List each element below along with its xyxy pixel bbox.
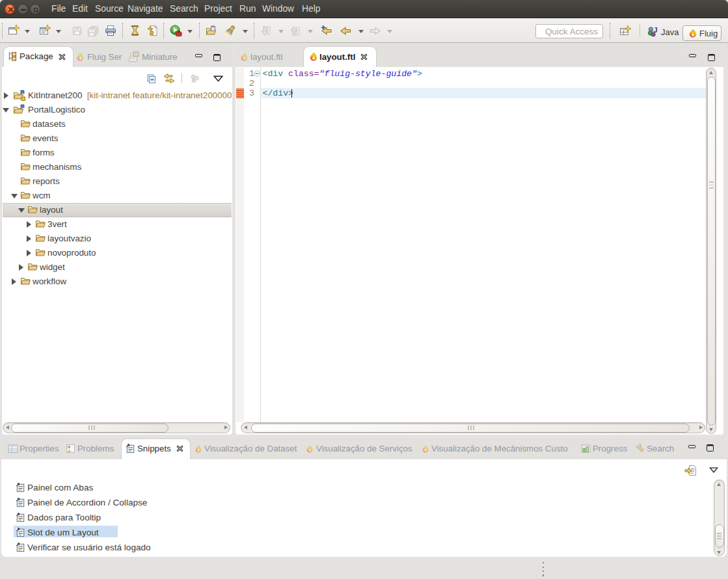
svg-text:J: J	[654, 26, 658, 34]
